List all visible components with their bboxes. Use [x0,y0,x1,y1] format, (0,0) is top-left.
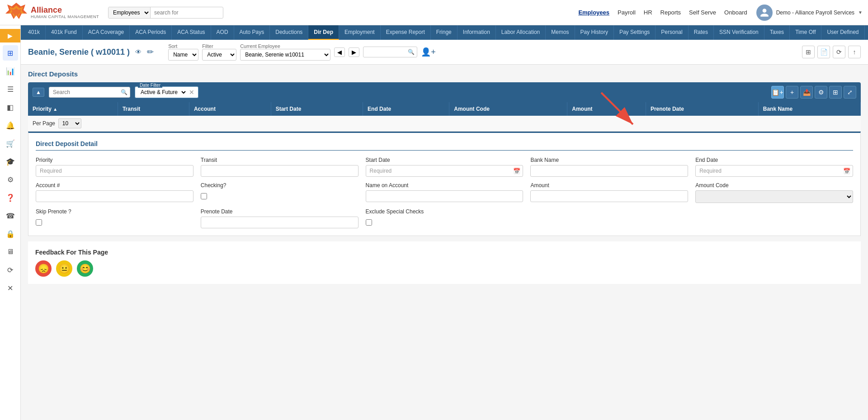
exclude-special-checkbox[interactable] [366,219,372,226]
date-filter-close-btn[interactable]: ✕ [189,89,194,96]
col-account[interactable]: Account [189,102,271,116]
start-date-input[interactable] [366,165,524,177]
tab-aca-coverage[interactable]: ACA Coverage [83,25,130,40]
start-date-calendar-icon[interactable]: 📅 [513,168,520,175]
tab-personal[interactable]: Personal [656,25,688,40]
export-btn[interactable]: ↑ [848,46,861,58]
nav-self-serve[interactable]: Self Serve [689,9,716,16]
amount-input[interactable] [530,190,688,202]
account-input[interactable] [36,190,193,202]
table-search-input[interactable] [49,87,130,98]
nav-employees[interactable]: Employees [578,9,609,16]
prev-employee-btn[interactable]: ◀ [334,47,345,57]
collapse-btn[interactable]: ▲ [33,88,44,97]
prenote-date-input[interactable] [201,217,359,228]
col-transit[interactable]: Transit [118,102,189,116]
sidebar-item-charts[interactable]: 📊 [3,63,18,79]
tab-401k[interactable]: 401k [23,25,46,40]
add-employee-btn[interactable]: 👤+ [421,47,436,57]
next-employee-btn[interactable]: ▶ [349,47,359,57]
save-record-btn[interactable]: + [786,86,798,99]
sidebar: ▶ ⊞ 📊 ☰ ◧ 🔔 🛒 🎓 ⚙ ❓ ☎ 🔒 🖥 ⟳ ✕ [0,25,21,420]
tab-employment[interactable]: Employment [339,25,381,40]
export-csv-btn[interactable]: 📤 [800,86,813,99]
col-priority[interactable]: Priority ▲ [28,102,118,116]
feedback-sad-btn[interactable]: 😞 [35,260,52,277]
col-amount-code[interactable]: Amount Code [449,102,567,116]
tab-rates[interactable]: Rates [689,25,714,40]
sidebar-item-education[interactable]: 🎓 [3,154,18,169]
sidebar-item-lock[interactable]: 🔒 [3,226,18,241]
tab-pay-history[interactable]: Pay History [575,25,614,40]
transit-input[interactable] [201,165,359,177]
columns-btn[interactable]: ⊞ [829,86,842,99]
feedback-happy-btn[interactable]: 😊 [77,260,93,277]
edit-icon[interactable]: ✏ [147,47,154,57]
nav-hr[interactable]: HR [644,9,652,16]
sidebar-item-list[interactable]: ☰ [3,81,18,97]
col-end-date[interactable]: End Date [363,102,449,116]
tab-aca-status[interactable]: ACA Status [172,25,211,40]
filter-select[interactable]: Active All Inactive [202,49,236,61]
col-prenote-date[interactable]: Prenote Date [646,102,758,116]
sidebar-item-close[interactable]: ✕ [3,280,18,296]
tab-ssn-verification[interactable]: SSN Verification [714,25,764,40]
nav-payroll[interactable]: Payroll [618,9,636,16]
tab-deductions[interactable]: Deductions [270,25,308,40]
sidebar-item-history[interactable]: ⟳ [3,262,18,278]
grid-view-btn[interactable]: ⊞ [802,46,815,58]
sidebar-item-home[interactable]: ⊞ [3,45,18,61]
start-date-field: Start Date 📅 [366,157,524,177]
tab-memos[interactable]: Memos [546,25,575,40]
detail-title: Direct Deposit Detail [36,140,853,151]
visibility-icon[interactable]: 👁 [135,48,142,56]
tab-user-defined[interactable]: User Defined [821,25,864,40]
name-on-account-input[interactable] [366,190,524,202]
nav-reports[interactable]: Reports [660,9,681,16]
tab-time-off[interactable]: Time Off [790,25,821,40]
fullscreen-btn[interactable]: ⤢ [844,86,856,99]
col-amount[interactable]: Amount [567,102,646,116]
per-page-select[interactable]: 10 25 50 100 [58,118,81,128]
tab-expense-report[interactable]: Expense Report [381,25,431,40]
sidebar-expand-btn[interactable]: ▶ [0,29,20,42]
sidebar-item-phone[interactable]: ☎ [3,208,18,223]
sidebar-item-cart[interactable]: 🛒 [3,136,18,151]
priority-input[interactable] [36,165,193,177]
tab-fringe[interactable]: Fringe [431,25,458,40]
tab-taxes[interactable]: Taxes [764,25,790,40]
tab-401k-fund[interactable]: 401k Fund [46,25,83,40]
feedback-neutral-btn[interactable]: 😐 [56,260,72,277]
col-bank-name[interactable]: Bank Name [758,102,860,116]
date-filter-select[interactable]: Active & Future All Active Future Histor… [139,89,187,96]
bank-name-input[interactable] [530,165,688,177]
checking-checkbox[interactable] [201,193,207,199]
col-start-date[interactable]: Start Date [271,102,363,116]
filter-btn[interactable]: ⚙ [815,86,827,99]
tab-information[interactable]: Information [458,25,496,40]
tab-aca-periods[interactable]: ACA Periods [130,25,172,40]
current-employee-select[interactable]: Beanie, Serenie w10011 [240,49,330,61]
search-input[interactable] [151,8,223,18]
user-menu-chevron[interactable]: ▼ [858,10,863,15]
history-btn[interactable]: ⟳ [833,46,845,58]
tab-dir-dep[interactable]: Dir Dep [308,25,339,40]
amount-code-select[interactable]: Fixed Percent Remainder [695,190,853,203]
end-date-input[interactable] [695,165,853,177]
sidebar-item-layout[interactable]: ◧ [3,99,18,115]
document-btn[interactable]: 📄 [817,46,830,58]
tab-labor-allocation[interactable]: Labor Allocation [496,25,546,40]
add-record-btn[interactable]: 📋+ [771,86,784,99]
end-date-calendar-icon[interactable]: 📅 [843,168,850,175]
nav-onboard[interactable]: Onboard [724,9,747,16]
search-category-select[interactable]: Employees Payroll HR [108,7,151,18]
tab-pay-settings[interactable]: Pay Settings [614,25,656,40]
sort-select[interactable]: Name ID [168,49,198,61]
sidebar-item-gear[interactable]: ⚙ [3,172,18,187]
tab-aod[interactable]: AOD [211,25,234,40]
skip-prenote-checkbox[interactable] [36,219,42,226]
sidebar-item-bell[interactable]: 🔔 [3,118,18,133]
sidebar-item-help[interactable]: ❓ [3,190,18,205]
tab-auto-pays[interactable]: Auto Pays [234,25,270,40]
sidebar-item-monitor[interactable]: 🖥 [3,244,18,260]
